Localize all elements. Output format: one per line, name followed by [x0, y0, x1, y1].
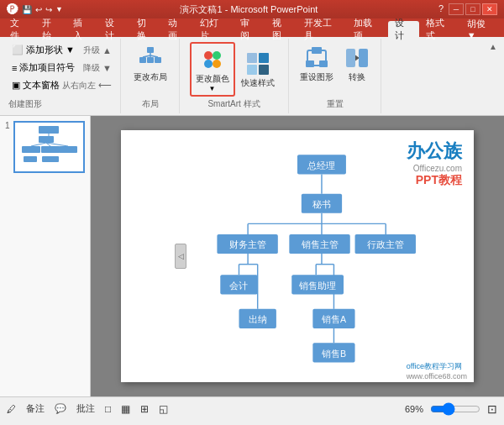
status-notes-icon: 🖊: [7, 404, 16, 414]
group-label-smartart: SmartArt 样式: [207, 97, 260, 110]
bullet-icon: ≡: [12, 63, 17, 73]
tab-animation[interactable]: 动画: [161, 21, 193, 37]
tab-home[interactable]: 开始: [35, 21, 67, 37]
svg-point-10: [213, 60, 221, 68]
svg-rect-0: [147, 47, 154, 53]
slide-canvas[interactable]: 办公族 Officezu.com PPT教程: [121, 130, 474, 382]
btn-convert[interactable]: 转换: [339, 42, 375, 86]
svg-text:销售A: 销售A: [321, 314, 347, 324]
svg-rect-24: [41, 146, 60, 153]
tab-developer[interactable]: 开发工具: [297, 21, 347, 37]
ribbon-collapse[interactable]: ▲: [486, 39, 501, 113]
quick-style-label: 快速样式: [241, 77, 275, 89]
tab-addins[interactable]: 加载项: [347, 21, 387, 37]
zoom-slider[interactable]: [430, 403, 480, 415]
svg-rect-27: [42, 156, 59, 162]
svg-rect-2: [147, 57, 154, 63]
svg-rect-22: [39, 136, 54, 143]
app-logo-icon: 🅟: [7, 3, 18, 16]
status-left: 🖊 备注 💬 批注 □ ▦ ⊞ ◱: [7, 402, 168, 415]
svg-line-29: [31, 143, 46, 146]
svg-text:出纳: 出纳: [249, 314, 267, 324]
group-label-reset: 重置: [327, 97, 344, 110]
add-shape-icon: ⬜: [12, 45, 24, 55]
svg-text:总经理: 总经理: [307, 160, 335, 171]
group-label-create: 创建图形: [8, 97, 42, 110]
status-comments-icon: 💬: [55, 403, 66, 414]
tab-design[interactable]: 设计: [98, 21, 130, 37]
rtl-icon: ⟵: [98, 80, 112, 91]
btn-quick-style[interactable]: 快速样式: [237, 48, 279, 92]
status-icon-1[interactable]: □: [105, 403, 111, 415]
svg-text:销售助理: 销售助理: [298, 281, 336, 291]
quick-access-undo[interactable]: ↩: [35, 5, 42, 14]
tab-transition[interactable]: 切换: [130, 21, 162, 37]
slide-thumbnail[interactable]: [13, 121, 85, 173]
tab-slideshow[interactable]: 幻灯片: [193, 21, 234, 37]
ribbon-group-smartart: 更改颜色 ▼ 快速样式 SmartArt 样式: [180, 39, 289, 113]
maximize-button[interactable]: □: [465, 3, 480, 15]
convert-icon: [344, 45, 370, 71]
status-notes-label[interactable]: 备注: [26, 402, 45, 415]
reset-graphic-label: 重设图形: [300, 71, 333, 83]
svg-text:会计: 会计: [229, 281, 248, 291]
svg-rect-11: [247, 53, 257, 63]
panel-collapse-handle[interactable]: ◁: [175, 244, 186, 269]
text-pane-icon: ▣: [12, 80, 20, 91]
layout-buttons: 更改布局: [129, 42, 171, 86]
btn-text-pane[interactable]: ▣ 文本窗格 从右向左 ⟵: [8, 77, 115, 93]
btn-change-layout[interactable]: 更改布局: [129, 42, 171, 86]
group-label-layout: 布局: [142, 97, 159, 110]
tab-format[interactable]: 格式式: [419, 21, 459, 37]
window-controls: ? ─ □ ✕: [435, 3, 497, 15]
tab-view[interactable]: 视图: [265, 21, 297, 37]
bottom-link: office教程学习网 www.office68.com: [407, 361, 467, 380]
minimize-button[interactable]: ─: [449, 3, 464, 15]
svg-text:行政主管: 行政主管: [367, 239, 404, 249]
quick-access-dropdown[interactable]: ▼: [55, 5, 63, 13]
window-title: 演示文稿1 - Microsoft PowerPoint: [63, 3, 435, 16]
status-right: 69% ⊡: [405, 402, 497, 416]
svg-text:秘书: 秘书: [312, 199, 331, 209]
close-button[interactable]: ✕: [482, 3, 497, 15]
change-color-icon: [199, 46, 226, 73]
svg-rect-12: [259, 53, 269, 63]
svg-point-7: [204, 51, 213, 60]
svg-line-5: [143, 55, 150, 57]
tab-user[interactable]: 胡俊▼: [460, 21, 501, 37]
status-icon-2[interactable]: ▦: [121, 403, 130, 415]
status-comments-label[interactable]: 批注: [76, 402, 95, 415]
arrow-down-icon: ▼: [102, 63, 112, 73]
help-icon[interactable]: ?: [435, 3, 447, 15]
status-icon-3[interactable]: ⊞: [140, 403, 149, 415]
svg-rect-17: [306, 60, 314, 67]
quick-access-redo[interactable]: ↪: [45, 5, 52, 14]
tab-review[interactable]: 审阅: [234, 21, 265, 37]
btn-reset-graphic[interactable]: 重设图形: [296, 42, 338, 86]
layout-btn-label: 更改布局: [134, 71, 167, 83]
svg-rect-25: [59, 146, 77, 153]
svg-rect-23: [22, 146, 40, 153]
slide-number: 1: [5, 121, 10, 130]
fit-icon[interactable]: ⊡: [487, 402, 497, 416]
tab-file[interactable]: 文件: [3, 21, 35, 37]
tab-insert[interactable]: 插入: [66, 21, 98, 37]
tab-design2[interactable]: 设计: [388, 21, 420, 37]
slide-panel: 1: [0, 116, 91, 396]
menu-tabs: 文件 开始 插入 设计 切换 动画 幻灯片 审阅 视图 开发工具 加载项 设计 …: [0, 18, 504, 37]
slide-item-1[interactable]: 1: [5, 121, 85, 173]
svg-rect-26: [24, 156, 37, 162]
ribbon: ⬜ 添加形状 ▼ 升级 ▲ ≡ 添加项目符号 降级 ▼ ▣ 文本窗格 从右向左 …: [0, 37, 504, 116]
svg-rect-18: [319, 60, 328, 67]
status-icon-4[interactable]: ◱: [159, 403, 168, 415]
zoom-level: 69%: [405, 404, 423, 414]
btn-add-shape[interactable]: ⬜ 添加形状 ▼ 升级 ▲: [8, 42, 115, 58]
btn-add-bullet[interactable]: ≡ 添加项目符号 降级 ▼: [8, 60, 115, 76]
ribbon-group-create: ⬜ 添加形状 ▼ 升级 ▲ ≡ 添加项目符号 降级 ▼ ▣ 文本窗格 从右向左 …: [3, 39, 121, 113]
svg-rect-14: [259, 65, 269, 75]
quick-access-save[interactable]: 💾: [22, 5, 32, 14]
btn-change-color[interactable]: 更改颜色 ▼: [190, 42, 235, 97]
svg-line-6: [150, 55, 158, 57]
svg-rect-1: [139, 57, 146, 63]
canvas-area: ◁ 办公族 Officezu.com PPT教程: [91, 116, 504, 396]
